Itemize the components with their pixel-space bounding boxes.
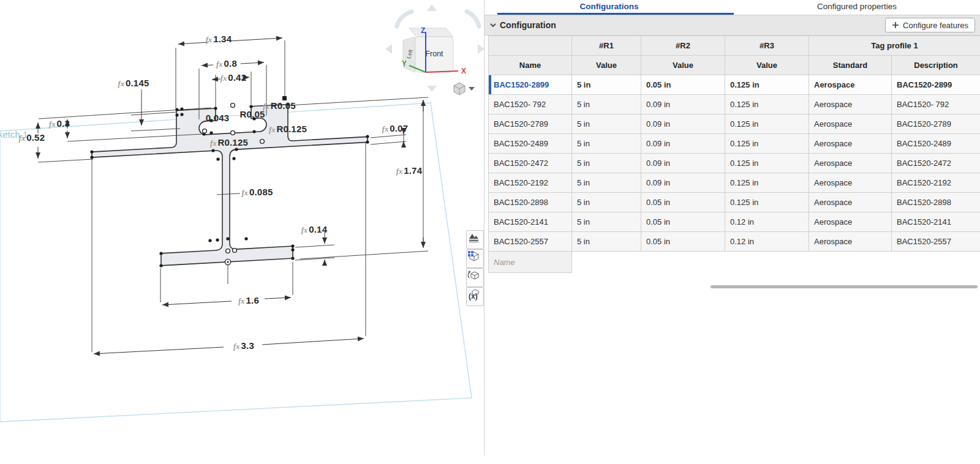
cell-r1[interactable]: 5 in [572,95,641,114]
column-header-description[interactable]: Description [892,56,980,75]
cell-description[interactable]: BAC1520-2141 [892,212,980,232]
cell-name[interactable]: BAC1520-2192 [489,173,572,193]
pattern-panel-button[interactable] [466,268,484,287]
configuration-panel-button[interactable] [466,249,484,268]
cell-r2[interactable]: 0.09 in [641,173,725,193]
new-configuration-row[interactable]: Name [489,252,980,273]
cell-r3[interactable]: 0.125 in [725,154,809,173]
cell-r2[interactable]: 0.09 in [641,95,725,114]
cell-standard[interactable]: Aerospace [809,154,892,173]
cell-standard[interactable]: Aerospace [809,193,892,212]
column-header-value-3[interactable]: Value [725,56,809,75]
column-header-standard[interactable]: Standard [809,56,892,75]
dimension-label[interactable]: fx0.8 [216,58,237,69]
cell-name[interactable]: BAC1520-2472 [489,154,572,173]
cell-standard[interactable]: Aerospace [809,232,892,252]
dimension-label[interactable]: fx0.52 [19,132,45,143]
table-row[interactable]: BAC1520-27895 in0.09 in0.125 inAerospace… [489,114,980,134]
tab-configured-properties[interactable]: Configured properties [734,0,980,15]
appearance-panel-button[interactable] [466,230,484,249]
cell-name[interactable]: BAC1520-2789 [489,114,572,134]
cell-r1[interactable]: 5 in [572,193,641,212]
cell-r3[interactable]: 0.125 in [725,114,809,134]
cell-description[interactable]: BAC1520-2557 [892,232,980,252]
column-header-name[interactable]: Name [489,56,572,75]
dimension-label[interactable]: fx1.74 [396,165,422,176]
new-row-name-input[interactable]: Name [489,252,572,273]
cell-standard[interactable]: Aerospace [809,114,892,134]
cell-description[interactable]: BAC1520-2899 [892,75,980,95]
sketch-canvas[interactable]: Front Left Z X Y [0,0,484,464]
column-header-tag-profile[interactable]: Tag profile 1 [809,36,980,56]
graphics-viewport[interactable]: Front Left Z X Y fx1.34fx0.8fx0.42fx0.14… [0,0,484,464]
column-header-r2[interactable]: #R2 [641,36,725,56]
cell-description[interactable]: BAC1520-2489 [892,134,980,154]
cell-name[interactable]: BAC1520- 792 [489,95,572,114]
dimension-label[interactable]: fx0.14 [301,224,327,235]
origin-point[interactable] [225,259,230,264]
column-header-r1[interactable]: #R1 [572,36,641,56]
cell-r3[interactable]: 0.12 in [725,212,809,232]
dimension-label[interactable]: fx0.42 [221,72,246,83]
cell-r3[interactable]: 0.125 in [725,134,809,154]
cell-r1[interactable]: 5 in [572,173,641,193]
configure-features-button[interactable]: Configure features [885,18,975,32]
dimension-label[interactable]: fx0.145 [118,78,149,89]
cell-standard[interactable]: Aerospace [809,75,892,95]
cell-r2[interactable]: 0.05 in [641,75,725,95]
cell-name[interactable]: BAC1520-2899 [489,75,572,95]
table-row[interactable]: BAC1520-25575 in0.05 in0.12 inAerospaceB… [489,232,980,252]
cell-standard[interactable]: Aerospace [809,173,892,193]
dimension-label[interactable]: fx1.6 [238,295,259,306]
cell-r3[interactable]: 0.12 in [725,232,809,252]
ibeam-profile[interactable] [92,100,368,269]
column-header-value-2[interactable]: Value [641,56,725,75]
cell-standard[interactable]: Aerospace [809,212,892,232]
cell-description[interactable]: BAC1520-2192 [892,173,980,193]
dimension-label[interactable]: fx0.07 [382,123,408,134]
viewcube-top-face[interactable] [409,28,453,37]
cell-r2[interactable]: 0.09 in [641,154,725,173]
cell-description[interactable]: BAC1520- 792 [892,95,980,114]
cell-description[interactable]: BAC1520-2898 [892,193,980,212]
dimension-label[interactable]: fx0.085 [242,187,273,198]
viewcube-front-label[interactable]: Front [425,50,443,58]
dimension-label[interactable]: fx1.34 [206,34,232,45]
cell-standard[interactable]: Aerospace [809,95,892,114]
column-header-value-1[interactable]: Value [572,56,641,75]
cell-name[interactable]: BAC1520-2898 [489,193,572,212]
dimension-label[interactable]: fxR0.125 [210,137,248,148]
cell-r3[interactable]: 0.125 in [725,173,809,193]
cell-description[interactable]: BAC1520-2789 [892,114,980,134]
table-row[interactable]: BAC1520-24725 in0.09 in0.125 inAerospace… [489,154,980,173]
dimension-label[interactable]: fx3.3 [233,340,254,351]
cell-r3[interactable]: 0.125 in [725,75,809,95]
cell-r2[interactable]: 0.09 in [641,134,725,154]
cell-name[interactable]: BAC1520-2141 [489,212,572,232]
dimension-label[interactable]: fx0.3 [49,118,70,129]
cell-standard[interactable]: Aerospace [809,134,892,154]
cell-r1[interactable]: 5 in [572,114,641,134]
horizontal-scrollbar-thumb[interactable] [710,285,978,288]
variables-panel-button[interactable]: (x) [466,287,484,306]
table-row[interactable]: BAC1520-21415 in0.05 in0.12 inAerospaceB… [489,212,980,232]
table-row[interactable]: BAC1520-28995 in0.05 in0.125 inAerospace… [489,75,980,95]
cell-r1[interactable]: 5 in [572,75,641,95]
cell-r2[interactable]: 0.05 in [641,212,725,232]
dimension-label[interactable]: fxR0.05 [263,100,295,111]
cell-r3[interactable]: 0.125 in [725,95,809,114]
dimension-label[interactable]: R0.05 [239,109,265,119]
cell-name[interactable]: BAC1520-2489 [489,134,572,154]
dimension-label[interactable]: 0.043 [206,113,230,123]
table-row[interactable]: BAC1520-21925 in0.09 in0.125 inAerospace… [489,173,980,193]
cell-r3[interactable]: 0.125 in [725,193,809,212]
cell-name[interactable]: BAC1520-2557 [489,232,572,252]
chevron-down-icon[interactable] [489,21,497,29]
cell-r1[interactable]: 5 in [572,154,641,173]
cell-r2[interactable]: 0.05 in [641,232,725,252]
table-row[interactable]: BAC1520- 7925 in0.09 in0.125 inAerospace… [489,95,980,114]
cell-r2[interactable]: 0.09 in [641,114,725,134]
table-row[interactable]: BAC1520-28985 in0.05 in0.125 inAerospace… [489,193,980,212]
view-options-button[interactable] [454,83,475,95]
cell-r1[interactable]: 5 in [572,134,641,154]
